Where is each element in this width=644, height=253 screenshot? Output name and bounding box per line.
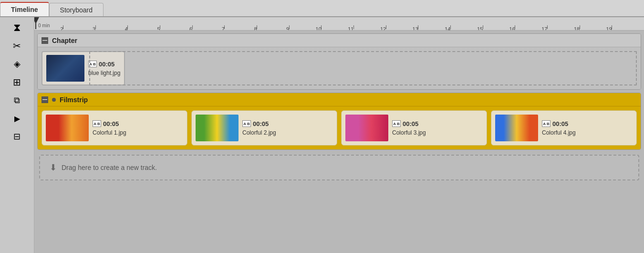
tab-storyboard[interactable]: Storyboard <box>49 3 104 16</box>
ruler-marker-3: 3 <box>95 25 96 29</box>
ruler-marker-11: 11 <box>353 25 354 29</box>
filmstrip-ab-icon-2: A B <box>392 120 401 127</box>
ruler-marker-10: 10 <box>321 25 322 29</box>
ruler-marker-6: 6 <box>192 25 193 29</box>
track-chapter-header: — Chapter <box>38 34 641 47</box>
filmstrip-track-content: A B 00:05 Colorful 1.jpg <box>38 106 641 149</box>
drop-zone[interactable]: ⬇ Drag here to create a new track. <box>39 155 639 180</box>
filmstrip-duration-row-0: A B 00:05 <box>93 120 126 127</box>
ruler-marker-7: 7 <box>224 25 225 29</box>
filmstrip-duration-0: 00:05 <box>103 120 119 127</box>
filmstrip-ab-icon-1: A B <box>242 120 251 127</box>
ruler-marker-2: 2 <box>63 25 63 29</box>
clip-name-0: blue light.jpg <box>88 70 120 76</box>
filmstrip-info-0: A B 00:05 Colorful 1.jpg <box>93 120 126 136</box>
chapter-collapse-btn[interactable]: — <box>42 37 48 44</box>
ruler-marker-9: 9 <box>289 25 290 29</box>
copy-track-icon[interactable]: ⧉ <box>8 92 27 109</box>
filmstrip-duration-row-3: A B 00:05 <box>542 120 576 127</box>
filmstrip-dot <box>52 98 56 102</box>
ruler-marker-14: 14 <box>450 25 451 29</box>
filmstrip-collapse-btn[interactable]: — <box>42 96 48 103</box>
clip-blue-info: A B 00:05 blue light.jpg <box>88 61 120 76</box>
thumb-blue <box>46 55 84 82</box>
filmstrip-clip-2[interactable]: A B 00:05 Colorful 3.jpg <box>341 110 487 146</box>
filmstrip-thumb-3 <box>495 115 538 141</box>
main-area: ⧗ ✂ ◈ ⊞ ⧉ ▶ ⊟ 0 min 23456789101112131415… <box>0 17 644 253</box>
filmstrip-clip-3[interactable]: A B 00:05 Colorful 4.jpg <box>491 110 637 146</box>
filmstrip-thumb-1 <box>196 115 239 141</box>
ruler-marker-12: 12 <box>386 25 386 29</box>
thumb-colorful2 <box>196 115 239 141</box>
filmstrip-thumb-2 <box>345 115 388 141</box>
thumb-colorful4 <box>495 115 538 141</box>
ab-icon-0: A B <box>88 61 97 67</box>
track-filmstrip: — Filmstrip A B <box>37 93 641 150</box>
ruler-ticks-container: 2345678910111213141516171819 <box>34 17 644 29</box>
drop-zone-label: Drag here to create a new track. <box>62 164 157 171</box>
clip-duration-0: 00:05 <box>99 61 114 68</box>
filmstrip-thumb-0 <box>46 115 89 141</box>
ruler-marker-13: 13 <box>418 25 418 29</box>
chapter-track-content: A B 00:05 blue light.jpg <box>38 47 641 89</box>
track-chapter: — Chapter A B <box>37 33 641 90</box>
sequence-icon[interactable]: ⊟ <box>8 128 27 145</box>
clip-duration-row-0: A B 00:05 <box>88 61 120 68</box>
playhead[interactable] <box>35 17 36 29</box>
play-icon[interactable]: ▶ <box>8 110 27 127</box>
filmstrip-name-2: Colorful 3.jpg <box>392 129 426 136</box>
filmstrip-info-3: A B 00:05 Colorful 4.jpg <box>542 120 576 136</box>
filmstrip-info-1: A B 00:05 Colorful 2.jpg <box>242 120 276 136</box>
ruler-marker-18: 18 <box>580 25 580 29</box>
drop-arrow-icon: ⬇ <box>50 162 57 173</box>
ruler-marker-8: 8 <box>257 25 257 29</box>
timeline-area: 0 min 2345678910111213141516171819 — Cha… <box>34 17 644 253</box>
chapter-dashed-area <box>89 51 637 85</box>
ruler-content: 0 min 2345678910111213141516171819 <box>34 17 644 29</box>
filmstrip-clip-0[interactable]: A B 00:05 Colorful 1.jpg <box>42 110 187 146</box>
clip-blue-thumbnail <box>46 55 84 82</box>
ruler-marker-19: 19 <box>612 25 612 29</box>
filmstrip-duration-2: 00:05 <box>403 120 418 127</box>
track-filmstrip-header: — Filmstrip <box>38 93 641 106</box>
filmstrip-duration-3: 00:05 <box>552 120 568 127</box>
filmstrip-ab-icon-0: A B <box>93 120 101 127</box>
add-track-icon[interactable]: ⊞ <box>8 74 27 91</box>
filmstrip-ab-icon-3: A B <box>542 120 551 127</box>
filmstrip-clip-1[interactable]: A B 00:05 Colorful 2.jpg <box>191 110 337 146</box>
tab-bar: Timeline Storyboard <box>0 0 644 17</box>
ruler-marker-17: 17 <box>547 25 548 29</box>
filmstrip-duration-row-1: A B 00:05 <box>242 120 276 127</box>
thumb-colorful3 <box>345 115 388 141</box>
ruler-marker-16: 16 <box>515 25 515 29</box>
filmstrip-duration-row-2: A B 00:05 <box>392 120 426 127</box>
left-toolbar: ⧗ ✂ ◈ ⊞ ⧉ ▶ ⊟ <box>0 17 34 253</box>
filmstrip-track-name: Filmstrip <box>60 96 88 104</box>
filmstrip-name-0: Colorful 1.jpg <box>93 129 126 136</box>
tracks-container: — Chapter A B <box>34 31 644 253</box>
filmstrip-duration-1: 00:05 <box>253 120 269 127</box>
filmstrip-name-1: Colorful 2.jpg <box>242 129 276 136</box>
ruler-marker-4: 4 <box>127 25 128 29</box>
filmstrip-info-2: A B 00:05 Colorful 3.jpg <box>392 120 426 136</box>
ruler: 0 min 2345678910111213141516171819 <box>34 17 644 31</box>
filmstrip-name-3: Colorful 4.jpg <box>542 129 576 136</box>
scissors-icon[interactable]: ✂ <box>8 37 27 54</box>
playhead-icon[interactable]: ⧗ <box>8 19 27 36</box>
clip-blue-light[interactable]: A B 00:05 blue light.jpg <box>42 51 125 85</box>
tab-timeline[interactable]: Timeline <box>0 2 49 16</box>
ruler-marker-15: 15 <box>483 25 483 29</box>
ruler-marker-5: 5 <box>160 25 160 29</box>
chapter-track-name: Chapter <box>52 37 77 44</box>
thumb-colorful1 <box>46 115 89 141</box>
fade-icon[interactable]: ◈ <box>8 55 27 73</box>
